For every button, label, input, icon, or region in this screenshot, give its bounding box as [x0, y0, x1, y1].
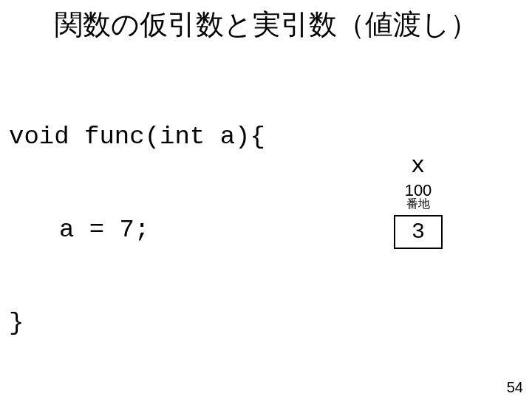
code-text: a = 7; — [59, 216, 149, 244]
code-block: void func(int a){ a = 7; } void main(){ … — [9, 59, 330, 399]
slide-title: 関数の仮引数と実引数（値渡し） — [0, 6, 532, 44]
slide: 関数の仮引数と実引数（値渡し） void func(int a){ a = 7;… — [0, 0, 532, 399]
memory-diagram: x 100 番地 3 — [374, 152, 463, 249]
code-line-1: void func(int a){ — [9, 121, 330, 152]
code-line-2: a = 7; — [9, 214, 330, 245]
code-line-3: } — [9, 307, 330, 338]
page-number: 54 — [507, 379, 523, 396]
var-name: x — [374, 152, 463, 180]
addr-label: 番地 — [374, 197, 463, 211]
memory-cell: 3 — [394, 215, 443, 249]
addr-number: 100 — [374, 183, 463, 199]
